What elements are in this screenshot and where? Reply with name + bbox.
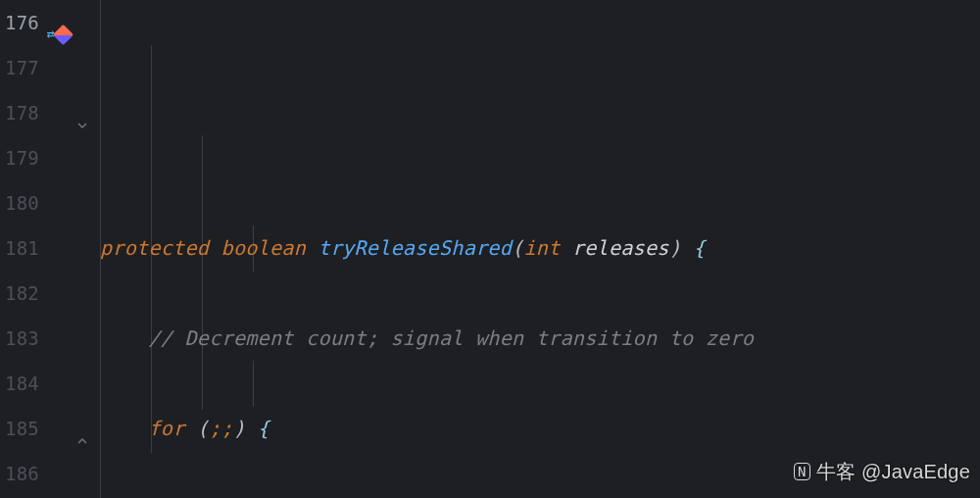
- comment: // Decrement count; signal when transiti…: [148, 326, 754, 350]
- code-line[interactable]: for (;;) {: [100, 406, 980, 451]
- keyword-protected: protected: [100, 236, 209, 260]
- line-number[interactable]: 178: [0, 90, 41, 135]
- param-releases: releases: [572, 236, 669, 260]
- diamond-icon: [53, 24, 74, 44]
- line-number[interactable]: 185: [0, 406, 41, 451]
- line-number[interactable]: 186: [0, 451, 41, 496]
- type-boolean: boolean: [221, 236, 306, 260]
- override-method-icon[interactable]: ⇄: [47, 12, 71, 57]
- brace-open: {: [693, 236, 705, 260]
- line-number[interactable]: 183: [0, 316, 41, 361]
- line-number[interactable]: 181: [0, 225, 41, 271]
- arrows-icon: ⇄: [47, 12, 53, 57]
- code-line[interactable]: protected boolean tryReleaseShared(int r…: [100, 225, 980, 271]
- line-number[interactable]: 177: [0, 45, 41, 90]
- code-area[interactable]: protected boolean tryReleaseShared(int r…: [100, 0, 980, 498]
- method-declaration: tryReleaseShared: [318, 236, 512, 260]
- line-number[interactable]: 182: [0, 271, 41, 316]
- paren-open: (: [197, 417, 209, 440]
- line-number[interactable]: 184: [0, 361, 41, 406]
- gutter-icons: ⇄: [41, 0, 100, 498]
- paren-close: ): [233, 417, 245, 440]
- fold-chevron-icon[interactable]: [74, 104, 92, 122]
- code-editor[interactable]: 176 177 178 179 180 181 182 183 184 185 …: [0, 0, 980, 498]
- line-number[interactable]: 176: [0, 0, 41, 45]
- for-semicolons: ;;: [209, 417, 233, 440]
- keyword-for: for: [148, 417, 184, 440]
- line-number-gutter[interactable]: 176 177 178 179 180 181 182 183 184 185 …: [0, 0, 41, 498]
- paren-close: ): [669, 236, 681, 260]
- line-number[interactable]: 180: [0, 180, 41, 225]
- line-number[interactable]: 179: [0, 135, 41, 180]
- type-int: int: [523, 236, 560, 260]
- code-line[interactable]: // Decrement count; signal when transiti…: [100, 316, 980, 361]
- fold-chevron-icon[interactable]: [74, 420, 92, 437]
- paren-open: (: [512, 236, 523, 260]
- brace-open: {: [258, 417, 270, 440]
